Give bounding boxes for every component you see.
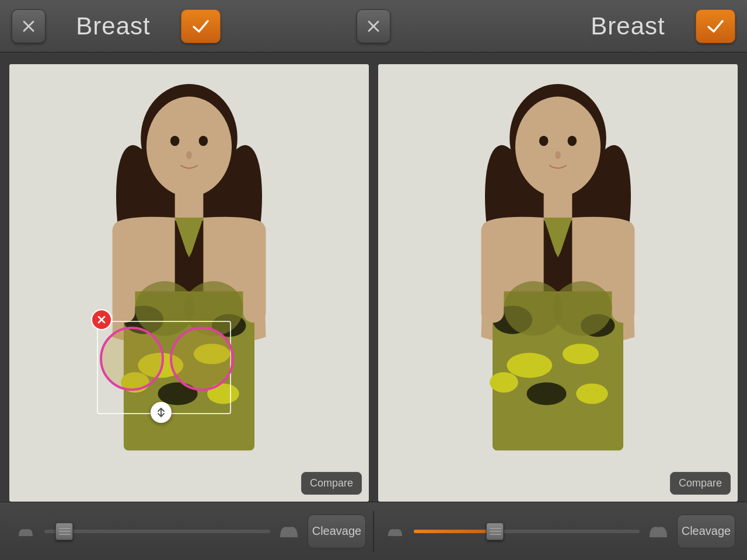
- svg-point-47: [490, 372, 518, 393]
- left-compare-button[interactable]: Compare: [301, 472, 362, 495]
- right-slider-section: [379, 520, 675, 543]
- svg-point-38: [568, 136, 577, 146]
- right-image-panel: Compare: [378, 64, 738, 502]
- right-cancel-button[interactable]: [357, 9, 390, 43]
- svg-point-39: [555, 151, 561, 159]
- center-divider: [373, 511, 374, 552]
- left-slider-section: [9, 520, 305, 543]
- svg-point-45: [526, 382, 566, 405]
- left-person-figure: [9, 64, 369, 502]
- svg-point-52: [553, 281, 612, 336]
- left-confirm-button[interactable]: [181, 9, 221, 43]
- left-cleavage-button[interactable]: Cleavage: [308, 514, 366, 548]
- delete-selection-button[interactable]: [91, 309, 112, 330]
- right-panel-controls: Breast: [390, 9, 735, 43]
- app-header: Breast Breast: [0, 0, 747, 52]
- right-breast-small-icon: [383, 520, 407, 543]
- left-panel-controls: Breast: [12, 9, 357, 43]
- svg-rect-24: [243, 220, 266, 323]
- right-panel-title: Breast: [570, 12, 686, 40]
- right-slider-fill: [414, 530, 493, 533]
- main-content: Compare: [0, 52, 747, 502]
- left-breast-small-icon: [14, 520, 37, 543]
- svg-point-44: [563, 344, 599, 364]
- right-slider-track[interactable]: [414, 530, 640, 533]
- left-slider-track[interactable]: [44, 530, 270, 533]
- svg-point-12: [199, 136, 208, 146]
- svg-point-13: [186, 151, 192, 159]
- right-slider-thumb[interactable]: [486, 523, 504, 540]
- breast-selection-overlay[interactable]: [85, 309, 237, 426]
- right-person-figure: [378, 64, 738, 502]
- svg-point-46: [576, 383, 608, 404]
- left-image-panel: Compare: [9, 64, 369, 502]
- left-cancel-button[interactable]: [12, 9, 46, 43]
- resize-handle[interactable]: [151, 402, 172, 423]
- left-panel-title: Breast: [55, 12, 172, 40]
- right-cleavage-button[interactable]: Cleavage: [677, 514, 735, 548]
- left-breast-large-icon: [277, 520, 301, 543]
- header-center: [357, 9, 390, 43]
- left-image-container[interactable]: Compare: [9, 64, 369, 502]
- svg-rect-50: [612, 220, 635, 323]
- svg-rect-23: [113, 220, 135, 323]
- svg-point-10: [146, 97, 232, 197]
- right-breast-large-icon: [647, 520, 670, 543]
- svg-point-36: [515, 97, 601, 197]
- svg-rect-49: [481, 220, 504, 323]
- svg-point-43: [507, 353, 552, 378]
- svg-point-11: [170, 136, 180, 146]
- right-image-container[interactable]: Compare: [378, 64, 738, 502]
- right-confirm-button[interactable]: [696, 9, 735, 43]
- left-breast-circle[interactable]: [100, 327, 164, 391]
- left-slider-thumb[interactable]: [55, 523, 73, 540]
- bottom-bar: Cleavage: [0, 502, 747, 560]
- right-breast-circle[interactable]: [170, 327, 234, 391]
- right-compare-button[interactable]: Compare: [670, 472, 731, 495]
- svg-point-37: [539, 136, 549, 146]
